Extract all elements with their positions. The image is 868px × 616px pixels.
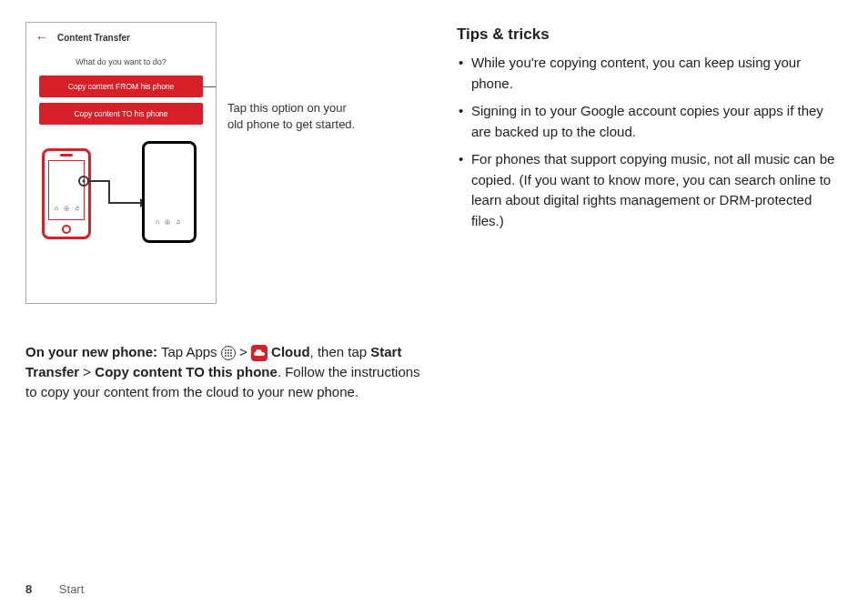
list-item: For phones that support copying music, n… (457, 149, 843, 231)
new-phone-icon: ⌂ ◎ ♫ (142, 141, 197, 243)
text-segment: , then tap (310, 344, 371, 359)
new-phone-label: On your new phone: (25, 344, 157, 359)
page-content: ← Content Transfer What do you want to d… (0, 0, 868, 419)
instruction-paragraph: On your new phone: Tap Apps > Cloud, the… (25, 342, 420, 401)
phone-screenshot: ← Content Transfer What do you want to d… (25, 22, 217, 304)
svg-point-5 (227, 349, 229, 351)
svg-point-9 (230, 352, 232, 354)
callout-line1: Tap this option on your (227, 101, 347, 115)
text-segment: > (79, 364, 95, 379)
svg-point-6 (230, 349, 232, 351)
callout-wrap: Tap this option on your old phone to get… (227, 22, 391, 133)
content-icons: ⌂ ◎ ♫ (156, 218, 182, 226)
copy-to-label: Copy content TO this phone (95, 364, 278, 379)
svg-point-4 (225, 349, 227, 351)
text-segment: > (236, 344, 251, 359)
svg-point-1 (83, 180, 86, 183)
cloud-label: Cloud (267, 344, 310, 359)
copy-to-button: Copy content TO his phone (39, 103, 203, 125)
back-arrow-icon: ← (35, 30, 48, 45)
list-item: While you're copying content, you can ke… (457, 53, 843, 94)
tips-heading: Tips & tricks (457, 25, 843, 44)
svg-point-7 (225, 352, 227, 354)
mock-question: What do you want to do? (26, 50, 216, 76)
svg-point-8 (227, 352, 229, 354)
svg-point-10 (225, 355, 227, 357)
callout-text: Tap this option on your old phone to get… (227, 100, 391, 133)
list-item: Signing in to your Google account copies… (457, 101, 843, 142)
left-column: ← Content Transfer What do you want to d… (25, 22, 420, 401)
cloud-app-icon (251, 345, 267, 361)
page-number: 8 (25, 582, 32, 596)
svg-point-12 (230, 355, 232, 357)
text-segment: Tap Apps (157, 344, 221, 359)
mock-title: Content Transfer (57, 33, 130, 43)
apps-grid-icon (221, 346, 236, 360)
mock-header: ← Content Transfer (26, 30, 216, 50)
section-name: Start (59, 582, 84, 596)
page-footer: 8 Start (25, 582, 84, 596)
content-icons: ⌂ ◎ ♫ (55, 205, 81, 212)
tips-list: While you're copying content, you can ke… (457, 53, 843, 231)
right-column: Tips & tricks While you're copying conte… (457, 22, 843, 401)
screenshot-with-callout: ← Content Transfer What do you want to d… (25, 22, 420, 304)
svg-point-11 (227, 355, 229, 357)
callout-line2: old phone to get started. (227, 117, 355, 131)
transfer-illustration: ⌂ ◎ ♫ ⌂ ◎ ♫ (35, 137, 207, 254)
copy-from-button: Copy content FROM his phone (39, 76, 203, 97)
